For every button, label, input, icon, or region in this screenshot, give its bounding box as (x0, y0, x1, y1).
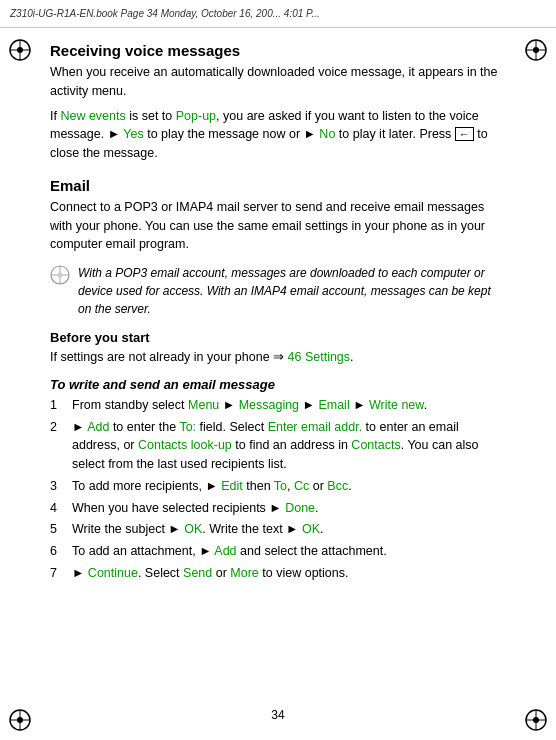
step-5: 5 Write the subject ► OK. Write the text… (50, 520, 506, 539)
step-6-text: To add an attachment, ► Add and select t… (72, 542, 506, 561)
popup-highlight: Pop-up (176, 109, 216, 123)
contacts-lookup-link: Contacts look-up (138, 438, 232, 452)
before-you-start-heading: Before you start (50, 330, 506, 345)
corner-mark-bl (8, 708, 32, 732)
step-5-text: Write the subject ► OK. Write the text ►… (72, 520, 506, 539)
tip-box: With a POP3 email account, messages are … (50, 264, 506, 318)
step-1-text: From standby select Menu ► Messaging ► E… (72, 396, 506, 415)
svg-point-19 (58, 273, 63, 278)
step-6: 6 To add an attachment, ► Add and select… (50, 542, 506, 561)
more-link: More (230, 566, 258, 580)
corner-mark-tr (524, 38, 548, 62)
header-title: Z310i-UG-R1A-EN.book Page 34 Monday, Oct… (10, 8, 320, 19)
step-2: 2 ► Add to enter the To: field. Select E… (50, 418, 506, 474)
step-1-num: 1 (50, 396, 66, 415)
done-link: Done (285, 501, 315, 515)
header-bar: Z310i-UG-R1A-EN.book Page 34 Monday, Oct… (0, 0, 556, 28)
step-4-num: 4 (50, 499, 66, 518)
cc-link: Cc (294, 479, 309, 493)
step-7-text: ► Continue. Select Send or More to view … (72, 564, 506, 583)
settings-link: 46 Settings (288, 350, 351, 364)
messaging-link: Messaging (239, 398, 299, 412)
steps-list: 1 From standby select Menu ► Messaging ►… (50, 396, 506, 583)
write-new-link: Write new (369, 398, 424, 412)
enter-email-link: Enter email addr. (268, 420, 363, 434)
corner-mark-br (524, 708, 548, 732)
step-4: 4 When you have selected recipients ► Do… (50, 499, 506, 518)
to-link: To (274, 479, 287, 493)
svg-point-3 (17, 47, 23, 53)
send-link: Send (183, 566, 212, 580)
continue-link: Continue (88, 566, 138, 580)
svg-point-7 (533, 47, 539, 53)
close-button-symbol: ← (455, 127, 474, 141)
step-3-text: To add more recipients, ► Edit then To, … (72, 477, 506, 496)
step-3-num: 3 (50, 477, 66, 496)
tip-text: With a POP3 email account, messages are … (78, 264, 506, 318)
step-5-num: 5 (50, 520, 66, 539)
contacts-link: Contacts (351, 438, 400, 452)
add-link: Add (87, 420, 109, 434)
step-1: 1 From standby select Menu ► Messaging ►… (50, 396, 506, 415)
menu-link: Menu (188, 398, 219, 412)
page-number: 34 (271, 708, 284, 722)
new-events-highlight: New events (60, 109, 125, 123)
email-link: Email (318, 398, 349, 412)
step-4-text: When you have selected recipients ► Done… (72, 499, 506, 518)
voice-messages-para1: When you receive an automatically downlo… (50, 63, 506, 101)
tip-icon (50, 265, 70, 285)
main-content: Receiving voice messages When you receiv… (0, 28, 556, 740)
voice-messages-para2: If New events is set to Pop-up, you are … (50, 107, 506, 163)
step-7-num: 7 (50, 564, 66, 583)
no-highlight: No (319, 127, 335, 141)
before-you-start-text: If settings are not already in your phon… (50, 348, 506, 367)
step-2-num: 2 (50, 418, 66, 437)
step-3: 3 To add more recipients, ► Edit then To… (50, 477, 506, 496)
corner-mark-tl (8, 38, 32, 62)
how-to-heading: To write and send an email message (50, 377, 506, 392)
step-6-num: 6 (50, 542, 66, 561)
step-2-text: ► Add to enter the To: field. Select Ent… (72, 418, 506, 474)
voice-messages-heading: Receiving voice messages (50, 42, 506, 59)
email-heading: Email (50, 177, 506, 194)
yes-highlight: Yes (123, 127, 143, 141)
ok-link-1: OK (184, 522, 202, 536)
svg-point-11 (17, 717, 23, 723)
to-field-link: To: (179, 420, 196, 434)
add-link-2: Add (214, 544, 236, 558)
step-7: 7 ► Continue. Select Send or More to vie… (50, 564, 506, 583)
svg-point-15 (533, 717, 539, 723)
ok-link-2: OK (302, 522, 320, 536)
email-para1: Connect to a POP3 or IMAP4 mail server t… (50, 198, 506, 254)
page-container: Z310i-UG-R1A-EN.book Page 34 Monday, Oct… (0, 0, 556, 740)
edit-link: Edit (221, 479, 243, 493)
bcc-link: Bcc (327, 479, 348, 493)
